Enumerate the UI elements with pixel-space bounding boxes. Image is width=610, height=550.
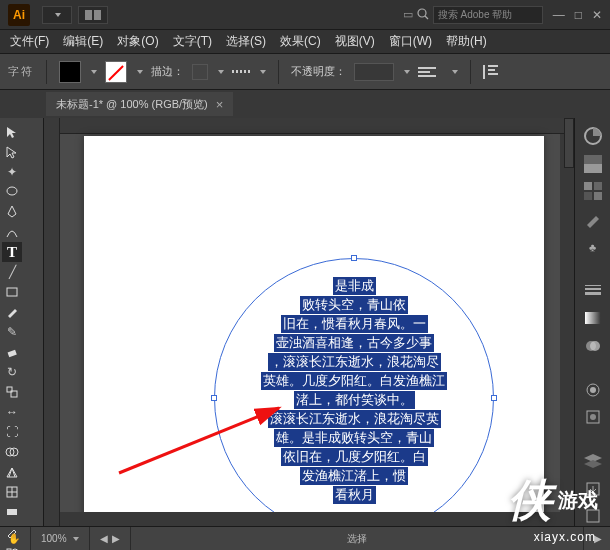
- menubar: 文件(F) 编辑(E) 对象(O) 文字(T) 选择(S) 效果(C) 视图(V…: [0, 30, 610, 54]
- width-tool[interactable]: ↔: [2, 402, 22, 422]
- pen-tool[interactable]: [2, 202, 22, 222]
- gradient-tool[interactable]: [2, 502, 22, 522]
- document-title: 未标题-1* @ 100% (RGB/预览): [56, 97, 208, 112]
- right-panel-dock: ♣: [574, 118, 610, 526]
- eraser-tool[interactable]: [2, 342, 22, 362]
- free-transform-tool[interactable]: ⛶: [2, 422, 22, 442]
- search-input[interactable]: 搜索 Adobe 帮助: [433, 6, 543, 24]
- stroke-weight-input[interactable]: [192, 64, 208, 80]
- align-panel-icon[interactable]: [483, 65, 499, 79]
- scale-tool[interactable]: [2, 382, 22, 402]
- workspace: ✦ T ╱ ✎ ↻ ↔ ⛶ ✱ ✂ ✋ ▭: [0, 118, 610, 526]
- svg-rect-34: [585, 312, 601, 324]
- menu-select[interactable]: 选择(S): [226, 33, 266, 50]
- svg-rect-31: [594, 182, 602, 190]
- opacity-label: 不透明度：: [291, 64, 346, 79]
- transparency-panel-icon[interactable]: [581, 336, 605, 356]
- shaper-tool[interactable]: ✎: [2, 322, 22, 342]
- rectangle-tool[interactable]: [2, 282, 22, 302]
- mesh-tool[interactable]: [2, 482, 22, 502]
- magic-wand-tool[interactable]: ✦: [2, 162, 22, 182]
- variable-width-profile[interactable]: [232, 70, 250, 73]
- menu-help[interactable]: 帮助(H): [446, 33, 487, 50]
- menu-edit[interactable]: 编辑(E): [63, 33, 103, 50]
- symbols-panel-icon[interactable]: ♣: [581, 237, 605, 257]
- direct-selection-tool[interactable]: [2, 142, 22, 162]
- canvas-area[interactable]: 是非成 败转头空，青山依 旧在，惯看秋月春风。一 壶浊酒喜相逢，古今多少事 ，滚…: [44, 118, 574, 526]
- layers-panel-icon[interactable]: [581, 451, 605, 471]
- ruler-horizontal[interactable]: [60, 118, 574, 134]
- search-icon[interactable]: [417, 8, 429, 22]
- character-panel-label[interactable]: 字符: [8, 64, 34, 79]
- svg-point-4: [7, 187, 17, 195]
- stroke-label: 描边：: [151, 64, 184, 79]
- app-logo: Ai: [8, 4, 30, 26]
- close-button[interactable]: ✕: [592, 8, 602, 22]
- watermark-url: xiayx.com: [534, 530, 596, 544]
- svg-rect-29: [584, 164, 602, 173]
- selection-handle[interactable]: [351, 255, 357, 261]
- lasso-tool[interactable]: [2, 182, 22, 202]
- menu-window[interactable]: 窗口(W): [389, 33, 432, 50]
- text-on-path-object[interactable]: 是非成 败转头空，青山依 旧在，惯看秋月春风。一 壶浊酒喜相逢，古今多少事 ，滚…: [214, 258, 494, 526]
- swatches-panel-icon[interactable]: [581, 182, 605, 202]
- document-tabs: 未标题-1* @ 100% (RGB/预览) ×: [0, 90, 610, 118]
- selection-handle[interactable]: [491, 395, 497, 401]
- artboard-nav-prev[interactable]: ◀: [100, 533, 108, 544]
- ruler-vertical[interactable]: [44, 118, 60, 526]
- appearance-panel-icon[interactable]: [581, 380, 605, 400]
- hand-tool-icon[interactable]: ✋: [8, 533, 20, 544]
- minimize-button[interactable]: —: [553, 8, 565, 22]
- color-panel-icon[interactable]: [581, 126, 605, 146]
- svg-rect-6: [8, 350, 17, 357]
- workspace-switcher[interactable]: [42, 6, 72, 24]
- svg-rect-30: [584, 182, 592, 190]
- artboard-nav-next[interactable]: ▶: [112, 533, 120, 544]
- svg-point-36: [590, 341, 600, 351]
- curvature-tool[interactable]: [2, 222, 22, 242]
- color-guide-icon[interactable]: [581, 154, 605, 174]
- stroke-swatch[interactable]: [105, 61, 127, 83]
- svg-point-38: [590, 387, 596, 393]
- fill-swatch[interactable]: [59, 61, 81, 83]
- scrollbar-horizontal[interactable]: [60, 512, 560, 526]
- menu-file[interactable]: 文件(F): [10, 33, 49, 50]
- gradient-panel-icon[interactable]: [581, 308, 605, 328]
- perspective-grid-tool[interactable]: [2, 462, 22, 482]
- shape-builder-tool[interactable]: [2, 442, 22, 462]
- stroke-panel-icon[interactable]: [581, 281, 605, 301]
- type-tool[interactable]: T: [2, 242, 22, 262]
- menu-effect[interactable]: 效果(C): [280, 33, 321, 50]
- svg-rect-5: [7, 288, 17, 296]
- paintbrush-tool[interactable]: [2, 302, 22, 322]
- watermark-logo: 侠 游戏: [508, 471, 598, 530]
- opacity-input[interactable]: [354, 63, 394, 81]
- document-tab[interactable]: 未标题-1* @ 100% (RGB/预览) ×: [46, 92, 233, 116]
- selected-text[interactable]: 是非成 败转头空，青山依 旧在，惯看秋月春风。一 壶浊酒喜相逢，古今多少事 ，滚…: [215, 259, 493, 526]
- maximize-button[interactable]: □: [575, 8, 582, 22]
- svg-rect-33: [594, 192, 602, 200]
- rotate-tool[interactable]: ↻: [2, 362, 22, 382]
- tab-close-icon[interactable]: ×: [216, 97, 224, 112]
- svg-rect-14: [7, 509, 17, 515]
- panel-expand-handle[interactable]: [564, 118, 574, 168]
- sync-icon[interactable]: ▭: [403, 8, 413, 21]
- selection-tool[interactable]: [2, 122, 22, 142]
- line-tool[interactable]: ╱: [2, 262, 22, 282]
- menu-type[interactable]: 文字(T): [173, 33, 212, 50]
- selection-handle[interactable]: [211, 395, 217, 401]
- menu-object[interactable]: 对象(O): [117, 33, 158, 50]
- zoom-level[interactable]: 100%: [41, 533, 67, 544]
- scrollbar-vertical[interactable]: [560, 134, 574, 526]
- brushes-panel-icon[interactable]: [581, 209, 605, 229]
- options-bar: 字符 描边： 不透明度：: [0, 54, 610, 90]
- current-tool-label: 选择: [347, 532, 367, 546]
- paragraph-align-icon[interactable]: [418, 63, 442, 81]
- graphic-styles-icon[interactable]: [581, 407, 605, 427]
- toolbox: ✦ T ╱ ✎ ↻ ↔ ⛶ ✱ ✂ ✋ ▭: [0, 118, 44, 526]
- arrange-docs[interactable]: [78, 6, 108, 24]
- svg-point-40: [590, 414, 596, 420]
- titlebar: Ai ▭ 搜索 Adobe 帮助 — □ ✕: [0, 0, 610, 30]
- menu-view[interactable]: 视图(V): [335, 33, 375, 50]
- svg-line-3: [425, 16, 428, 19]
